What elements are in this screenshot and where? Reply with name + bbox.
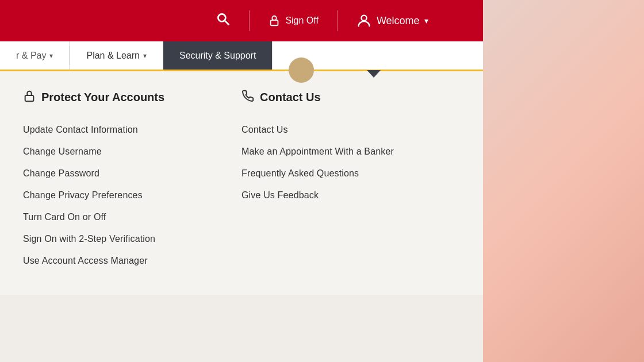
protect-accounts-label: Protect Your Accounts bbox=[41, 91, 164, 104]
nav-item-plan-learn[interactable]: Plan & Learn ▾ bbox=[70, 41, 163, 70]
divider-2 bbox=[337, 10, 338, 31]
sign-off-button[interactable]: Sign Off bbox=[268, 14, 319, 27]
background-decoration bbox=[483, 0, 644, 362]
link-feedback[interactable]: Give Us Feedback bbox=[241, 184, 460, 206]
svg-line-1 bbox=[225, 21, 229, 25]
chevron-down-icon: ▾ bbox=[424, 16, 428, 25]
link-faq[interactable]: Frequently Asked Questions bbox=[241, 163, 460, 184]
contact-us-label: Contact Us bbox=[260, 91, 321, 104]
nav-label-security-support: Security & Support bbox=[179, 51, 256, 61]
nav-dropdown-arrow bbox=[367, 70, 381, 78]
protect-accounts-column: Protect Your Accounts Update Contact Inf… bbox=[23, 90, 241, 272]
nav-dot-decoration bbox=[289, 57, 314, 83]
nav-item-transfer-pay[interactable]: r & Pay ▾ bbox=[0, 41, 70, 70]
svg-rect-5 bbox=[25, 95, 34, 101]
contact-us-title: Contact Us bbox=[241, 90, 460, 105]
link-appointment[interactable]: Make an Appointment With a Banker bbox=[241, 141, 460, 163]
link-change-privacy[interactable]: Change Privacy Preferences bbox=[23, 184, 241, 206]
security-support-dropdown: Protect Your Accounts Update Contact Inf… bbox=[0, 71, 483, 295]
link-update-contact[interactable]: Update Contact Information bbox=[23, 119, 241, 141]
svg-point-3 bbox=[273, 16, 277, 20]
lock-icon bbox=[23, 90, 36, 105]
nav-item-security-support[interactable]: Security & Support bbox=[163, 41, 273, 70]
divider-1 bbox=[249, 10, 250, 31]
chevron-down-icon: ▾ bbox=[143, 52, 147, 60]
link-contact-us[interactable]: Contact Us bbox=[241, 119, 460, 141]
nav-label-plan-learn: Plan & Learn bbox=[86, 51, 140, 61]
svg-point-4 bbox=[361, 16, 366, 21]
chevron-down-icon: ▾ bbox=[49, 52, 53, 60]
link-change-password[interactable]: Change Password bbox=[23, 163, 241, 184]
link-2step[interactable]: Sign On with 2-Step Verification bbox=[23, 228, 241, 250]
link-turn-card[interactable]: Turn Card On or Off bbox=[23, 206, 241, 228]
protect-accounts-title: Protect Your Accounts bbox=[23, 90, 241, 105]
phone-icon bbox=[241, 90, 254, 105]
nav-label-transfer-pay: r & Pay bbox=[16, 51, 46, 61]
welcome-label: Welcome bbox=[377, 15, 420, 27]
welcome-menu[interactable]: Welcome ▾ bbox=[356, 13, 428, 29]
link-change-username[interactable]: Change Username bbox=[23, 141, 241, 163]
contact-us-column: Contact Us Contact Us Make an Appointmen… bbox=[241, 90, 460, 272]
svg-rect-2 bbox=[271, 20, 278, 25]
search-button[interactable] bbox=[216, 11, 231, 30]
sign-off-label: Sign Off bbox=[285, 16, 319, 26]
link-access-manager[interactable]: Use Account Access Manager bbox=[23, 250, 241, 272]
